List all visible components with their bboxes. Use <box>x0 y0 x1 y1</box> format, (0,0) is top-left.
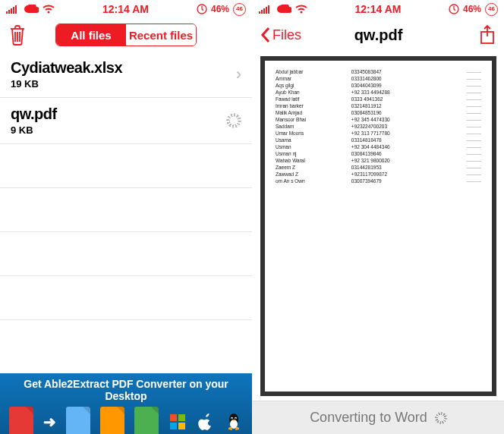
screen-pdf-preview: 12:14 AM 46% 46 Files qw.pdf Abdul jabba… <box>252 0 504 434</box>
chevron-left-icon <box>260 27 271 43</box>
pdf-row: Imran barker03214811912——— <box>272 102 484 109</box>
svg-rect-0 <box>6 11 8 14</box>
pdf-row: Ayub Khan+92 333 4494288——— <box>272 89 484 96</box>
back-label: Files <box>272 27 301 43</box>
navbar: All files Recent files <box>0 18 252 52</box>
svg-rect-9 <box>170 423 177 429</box>
svg-rect-1 <box>8 10 10 14</box>
sync-icon <box>449 4 459 14</box>
svg-rect-4 <box>15 5 17 14</box>
svg-point-22 <box>301 11 303 14</box>
signal-icon <box>6 5 20 14</box>
linux-icon <box>225 413 243 431</box>
pdf-row: Malik Amjad03084853196——— <box>272 109 484 116</box>
signal-icon <box>259 5 272 14</box>
page-title: qw.pdf <box>306 27 451 44</box>
pdf-preview[interactable]: Abdul jabbar03345083847———Ammar033314628… <box>260 56 496 396</box>
share-icon[interactable] <box>478 24 496 46</box>
battery-badge: 46 <box>233 3 246 16</box>
cloud-icon <box>276 5 291 14</box>
pdf-row: Zaeem Z03144281953——— <box>272 164 484 171</box>
svg-rect-17 <box>259 11 260 14</box>
battery-text: 46% <box>463 4 481 14</box>
pdf-row: Wahab Waral+92 321 9800020——— <box>272 157 484 164</box>
pdf-row: Ammar03331462806——— <box>272 75 484 82</box>
pdf-row: Umar Moons+92 313 7717780——— <box>272 130 484 137</box>
svg-point-5 <box>48 11 50 14</box>
excel-icon <box>134 407 159 434</box>
svg-rect-7 <box>170 414 177 421</box>
pdf-row: Usman nj03084139846——— <box>272 150 484 157</box>
battery-text: 46% <box>211 4 229 14</box>
screen-file-list: 12:14 AM 46% 46 All files Recent files C… <box>0 0 252 434</box>
pdf-row: Abdul jabbar03345083847——— <box>272 68 484 75</box>
pdf-row: Usama03314818478——— <box>272 137 484 143</box>
svg-rect-2 <box>11 8 12 14</box>
navbar: Files qw.pdf <box>253 18 504 52</box>
promo-banner[interactable]: Get Able2Extract PDF Converter on your D… <box>0 373 252 434</box>
svg-point-15 <box>231 418 232 419</box>
list-placeholder <box>0 232 252 276</box>
converting-label: Converting to Word <box>310 410 427 426</box>
converting-status: Converting to Word <box>253 401 504 434</box>
ppt-icon <box>100 407 124 434</box>
cloud-icon <box>24 5 39 14</box>
svg-rect-20 <box>266 7 267 14</box>
trash-icon[interactable] <box>8 24 27 46</box>
battery-badge: 46 <box>485 3 498 16</box>
file-list: Cydiatweak.xlsx 19 KB › qw.pdf 9 KB <box>0 52 252 373</box>
file-size: 9 KB <box>11 124 226 136</box>
loading-spinner-icon <box>226 113 241 128</box>
list-placeholder <box>0 188 252 232</box>
svg-rect-10 <box>178 423 185 429</box>
windows-icon <box>169 413 187 431</box>
arrow-icon: ➜ <box>43 413 56 431</box>
clock-time: 12:14 AM <box>102 3 149 15</box>
pdf-row: Fawad latif0333 4941362——— <box>272 96 484 102</box>
file-row[interactable]: Cydiatweak.xlsx 19 KB › <box>0 52 252 98</box>
list-placeholder <box>0 276 252 320</box>
status-bar: 12:14 AM 46% 46 <box>0 0 252 18</box>
status-bar: 12:14 AM 46% 46 <box>253 0 504 18</box>
svg-rect-19 <box>263 8 265 14</box>
pdf-row: om An s Own03007394679——— <box>272 178 484 184</box>
svg-rect-3 <box>13 7 14 14</box>
chevron-right-icon: › <box>236 64 241 84</box>
file-name: qw.pdf <box>11 105 226 123</box>
svg-rect-8 <box>178 414 185 421</box>
pdf-row: Saddam+923224700203——— <box>272 123 484 130</box>
pdf-row: Zawwad Z+923117099872——— <box>272 171 484 178</box>
svg-point-16 <box>235 418 235 419</box>
svg-rect-18 <box>261 10 263 14</box>
wifi-icon <box>43 5 55 14</box>
segment-all-files[interactable]: All files <box>56 24 126 46</box>
promo-title: Get Able2Extract PDF Converter on your D… <box>0 373 252 405</box>
file-size: 19 KB <box>11 78 236 90</box>
word-icon <box>66 407 90 434</box>
pdf-row: Aqs gilgi03044043099——— <box>272 82 484 89</box>
svg-rect-21 <box>268 5 269 14</box>
file-row[interactable]: qw.pdf 9 KB <box>0 98 252 144</box>
promo-icons: ➜ <box>0 405 252 434</box>
sync-icon <box>197 4 207 14</box>
segmented-control: All files Recent files <box>55 24 197 46</box>
pdf-row: Usman+92 304 4484346——— <box>272 143 484 150</box>
pdf-icon <box>9 407 33 434</box>
segment-recent-files[interactable]: Recent files <box>126 24 196 46</box>
clock-time: 12:14 AM <box>355 3 402 15</box>
back-button[interactable]: Files <box>260 27 301 43</box>
list-placeholder <box>0 144 252 188</box>
apple-icon <box>197 413 215 431</box>
wifi-icon <box>295 5 307 14</box>
pdf-table: Abdul jabbar03345083847———Ammar033314628… <box>272 68 484 184</box>
file-name: Cydiatweak.xlsx <box>11 59 236 77</box>
pdf-page: Abdul jabbar03345083847———Ammar033314628… <box>265 61 492 392</box>
loading-spinner-icon <box>435 412 447 424</box>
pdf-row: Mansoor Bhai+92 345 4474330——— <box>272 116 484 123</box>
